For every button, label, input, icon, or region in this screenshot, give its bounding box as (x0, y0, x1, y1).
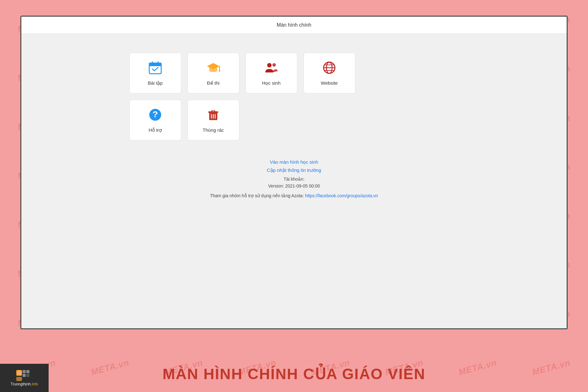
svg-rect-1 (149, 63, 161, 66)
logo-text: Truongthịnh.Info (11, 382, 38, 386)
main-window: Màn hình chính Bài t (20, 16, 568, 329)
menu-card-thung-rac-label: Thùng rác (203, 127, 224, 133)
svg-rect-25 (23, 370, 26, 373)
menu-row-2: ? Hỗ trợ (130, 100, 459, 140)
logo-area: Truongthịnh.Info (0, 364, 49, 392)
bottom-title: MÀN HÌNH CHÍNH CỦA GIÁO VIÊN (20, 365, 568, 383)
support-info: Tham gia nhóm hỗ trợ sử dụng nền tảng Az… (210, 192, 378, 199)
support-text: Tham gia nhóm hỗ trợ sử dụng nền tảng Az… (210, 193, 305, 198)
menu-card-website-label: Website (321, 80, 338, 86)
menu-card-de-thi[interactable]: Đề thi (188, 53, 239, 93)
account-label: Tài khoản: (283, 177, 305, 182)
svg-rect-29 (16, 377, 22, 381)
menu-grid: Bài tập Đề thi (130, 53, 459, 140)
users-icon (264, 61, 278, 77)
facebook-link[interactable]: https://facebook.com/groups/azota.vn (305, 193, 378, 198)
account-info: Tài khoản: Version: 2021-09-05 00:00 (268, 176, 320, 190)
svg-point-7 (267, 63, 272, 67)
version-label: Version: 2021-09-05 00:00 (268, 183, 320, 188)
window-title: Màn hình chính (277, 22, 311, 28)
footer-area: Vào màn hình học sinh Cập nhật thông tin… (210, 159, 378, 199)
svg-rect-24 (18, 371, 21, 374)
menu-card-bai-tap-label: Bài tập (148, 80, 162, 86)
calendar-check-icon (148, 61, 162, 77)
menu-card-ho-tro[interactable]: ? Hỗ trợ (130, 100, 181, 140)
menu-card-hoc-sinh[interactable]: Học sinh (246, 53, 297, 93)
graduation-cap-icon (206, 61, 220, 77)
menu-row-1: Bài tập Đề thi (130, 53, 459, 93)
menu-card-ho-tro-label: Hỗ trợ (149, 127, 162, 133)
title-bar: Màn hình chính (21, 17, 567, 34)
menu-card-de-thi-label: Đề thi (207, 80, 220, 86)
menu-card-website[interactable]: Website (304, 53, 355, 93)
svg-point-6 (219, 70, 220, 72)
svg-rect-26 (26, 370, 29, 373)
bottom-title-area: MÀN HÌNH CHÍNH CỦA GIÁO VIÊN (20, 365, 568, 383)
menu-card-thung-rac[interactable]: Thùng rác (188, 100, 239, 140)
main-content: Bài tập Đề thi (21, 34, 567, 328)
globe-icon (322, 61, 336, 77)
svg-text:?: ? (152, 109, 158, 119)
menu-card-hoc-sinh-label: Học sinh (262, 80, 280, 86)
logo-icon (16, 369, 33, 382)
trash-icon (206, 108, 220, 124)
svg-rect-28 (26, 374, 29, 377)
link-cap-nhat[interactable]: Cập nhật thông tin trường (267, 167, 321, 173)
svg-rect-27 (23, 374, 26, 377)
svg-point-8 (273, 63, 276, 66)
question-circle-icon: ? (148, 108, 162, 124)
link-hoc-sinh[interactable]: Vào màn hình học sinh (270, 159, 318, 165)
menu-card-bai-tap[interactable]: Bài tập (130, 53, 181, 93)
